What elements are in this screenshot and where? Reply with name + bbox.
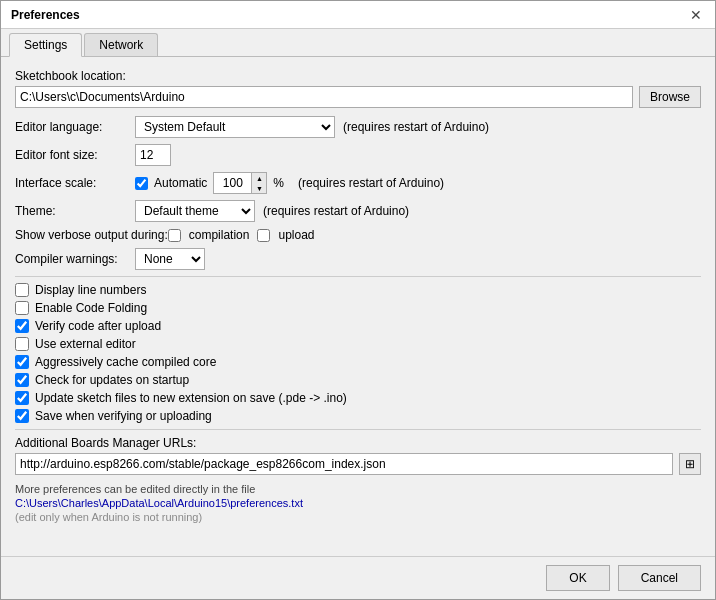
- sketchbook-input[interactable]: [15, 86, 633, 108]
- checkbox-label-verify_code_after_upload: Verify code after upload: [35, 319, 161, 333]
- checkbox-row-update_sketch_files: Update sketch files to new extension on …: [15, 391, 701, 405]
- checkbox-label-aggressively_cache: Aggressively cache compiled core: [35, 355, 216, 369]
- theme-row: Theme: Default theme (requires restart o…: [15, 200, 701, 222]
- editor-language-select[interactable]: System Default: [135, 116, 335, 138]
- close-button[interactable]: ✕: [687, 6, 705, 24]
- editor-font-size-input[interactable]: [135, 144, 171, 166]
- interface-scale-spinner: ▲ ▼: [213, 172, 267, 194]
- footer: OK Cancel: [1, 556, 715, 599]
- interface-scale-value[interactable]: [213, 172, 251, 194]
- checkbox-save_when_verifying[interactable]: [15, 409, 29, 423]
- checkbox-row-verify_code_after_upload: Verify code after upload: [15, 319, 701, 333]
- additional-boards-icon-btn[interactable]: ⊞: [679, 453, 701, 475]
- interface-scale-percent: %: [273, 176, 284, 190]
- checkbox-label-save_when_verifying: Save when verifying or uploading: [35, 409, 212, 423]
- checkbox-label-display_line_numbers: Display line numbers: [35, 283, 146, 297]
- checkbox-row-save_when_verifying: Save when verifying or uploading: [15, 409, 701, 423]
- settings-content: Sketchbook location: Browse Editor langu…: [1, 57, 715, 556]
- additional-boards-input[interactable]: [15, 453, 673, 475]
- additional-boards-section: Additional Boards Manager URLs: ⊞: [15, 436, 701, 475]
- separator-2: [15, 429, 701, 430]
- checkbox-label-enable_code_folding: Enable Code Folding: [35, 301, 147, 315]
- checkbox-enable_code_folding[interactable]: [15, 301, 29, 315]
- checkbox-row-check_for_updates: Check for updates on startup: [15, 373, 701, 387]
- title-bar: Preferences ✕: [1, 1, 715, 29]
- verbose-upload-label: upload: [278, 228, 314, 242]
- checkbox-update_sketch_files[interactable]: [15, 391, 29, 405]
- interface-scale-auto-checkbox[interactable]: [135, 177, 148, 190]
- tab-bar: Settings Network: [1, 29, 715, 57]
- checkbox-row-enable_code_folding: Enable Code Folding: [15, 301, 701, 315]
- compiler-warnings-select[interactable]: None Default More All: [135, 248, 205, 270]
- tab-network[interactable]: Network: [84, 33, 158, 56]
- editor-language-label: Editor language:: [15, 120, 135, 134]
- editor-font-size-label: Editor font size:: [15, 148, 135, 162]
- editor-font-size-row: Editor font size:: [15, 144, 701, 166]
- checkbox-label-update_sketch_files: Update sketch files to new extension on …: [35, 391, 347, 405]
- verbose-compilation-checkbox[interactable]: [168, 229, 181, 242]
- spinner-down-btn[interactable]: ▼: [252, 183, 266, 193]
- theme-label: Theme:: [15, 204, 135, 218]
- verbose-compilation-label: compilation: [189, 228, 250, 242]
- tab-settings[interactable]: Settings: [9, 33, 82, 57]
- additional-boards-label: Additional Boards Manager URLs:: [15, 436, 701, 450]
- checkbox-label-check_for_updates: Check for updates on startup: [35, 373, 189, 387]
- checkbox-use_external_editor[interactable]: [15, 337, 29, 351]
- prefs-path[interactable]: C:\Users\Charles\AppData\Local\Arduino15…: [15, 497, 701, 509]
- compiler-warnings-label: Compiler warnings:: [15, 252, 135, 266]
- editor-language-row: Editor language: System Default (require…: [15, 116, 701, 138]
- preferences-dialog: Preferences ✕ Settings Network Sketchboo…: [0, 0, 716, 600]
- browse-button[interactable]: Browse: [639, 86, 701, 108]
- verbose-upload-checkbox[interactable]: [257, 229, 270, 242]
- checkbox-row-aggressively_cache: Aggressively cache compiled core: [15, 355, 701, 369]
- theme-note: (requires restart of Arduino): [263, 204, 409, 218]
- checkboxes-section: Display line numbersEnable Code FoldingV…: [15, 283, 701, 423]
- checkbox-display_line_numbers[interactable]: [15, 283, 29, 297]
- checkbox-aggressively_cache[interactable]: [15, 355, 29, 369]
- checkbox-label-use_external_editor: Use external editor: [35, 337, 136, 351]
- interface-scale-auto-label: Automatic: [154, 176, 207, 190]
- spinner-up-btn[interactable]: ▲: [252, 173, 266, 183]
- checkbox-check_for_updates[interactable]: [15, 373, 29, 387]
- prefs-edit-note: (edit only when Arduino is not running): [15, 511, 701, 523]
- interface-scale-row: Interface scale: Automatic ▲ ▼ % (requir…: [15, 172, 701, 194]
- window-icon: ⊞: [685, 457, 695, 471]
- ok-button[interactable]: OK: [546, 565, 609, 591]
- compiler-warnings-row: Compiler warnings: None Default More All: [15, 248, 701, 270]
- checkbox-verify_code_after_upload[interactable]: [15, 319, 29, 333]
- prefs-note-line1: More preferences can be edited directly …: [15, 483, 701, 495]
- separator-1: [15, 276, 701, 277]
- verbose-label: Show verbose output during:: [15, 228, 168, 242]
- theme-select[interactable]: Default theme: [135, 200, 255, 222]
- interface-scale-label: Interface scale:: [15, 176, 135, 190]
- cancel-button[interactable]: Cancel: [618, 565, 701, 591]
- interface-scale-note: (requires restart of Arduino): [298, 176, 444, 190]
- dialog-title: Preferences: [11, 8, 80, 22]
- sketchbook-label: Sketchbook location:: [15, 69, 126, 83]
- sketchbook-section: Sketchbook location: Browse: [15, 69, 701, 108]
- editor-language-note: (requires restart of Arduino): [343, 120, 489, 134]
- verbose-row: Show verbose output during: compilation …: [15, 228, 701, 242]
- checkbox-row-display_line_numbers: Display line numbers: [15, 283, 701, 297]
- checkbox-row-use_external_editor: Use external editor: [15, 337, 701, 351]
